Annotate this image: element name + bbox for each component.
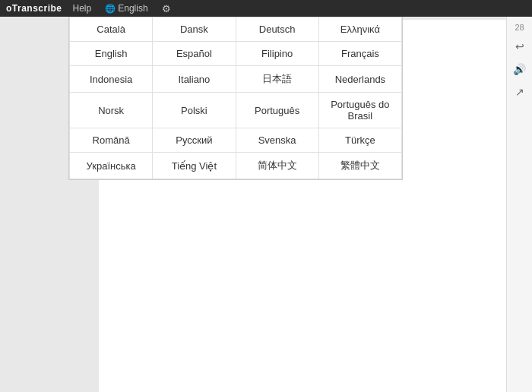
language-option[interactable]: Nederlands: [318, 66, 401, 93]
language-option[interactable]: Filipino: [236, 42, 318, 66]
language-option[interactable]: Svenska: [236, 128, 318, 153]
language-option[interactable]: Ελληνικά: [318, 17, 401, 42]
language-dropdown: CatalàDanskDeutschΕλληνικάEnglishEspañol…: [68, 17, 403, 180]
language-option[interactable]: Català: [70, 17, 153, 42]
line-counter: 28: [515, 23, 524, 32]
language-option[interactable]: Русский: [153, 128, 236, 153]
audio-button[interactable]: 🔊: [511, 61, 528, 77]
undo-button[interactable]: ↩: [511, 38, 528, 55]
language-option[interactable]: Tiếng Việt: [153, 153, 236, 179]
language-table: CatalàDanskDeutschΕλληνικάEnglishEspañol…: [69, 17, 402, 179]
language-option[interactable]: Polski: [153, 93, 236, 128]
language-option[interactable]: Українська: [70, 153, 153, 179]
language-option[interactable]: Türkçe: [318, 128, 401, 153]
language-option[interactable]: 繁體中文: [318, 153, 401, 179]
language-option[interactable]: Français: [318, 42, 401, 66]
language-option[interactable]: Español: [153, 42, 236, 66]
language-option[interactable]: Norsk: [70, 93, 153, 128]
export-button[interactable]: ↗: [511, 84, 528, 100]
language-option[interactable]: Português do Brasil: [318, 93, 401, 128]
language-selector[interactable]: 🌐 English: [102, 2, 150, 15]
language-option[interactable]: Italiano: [153, 66, 236, 93]
language-option[interactable]: 日本語: [236, 66, 318, 93]
language-option[interactable]: 简体中文: [236, 153, 318, 179]
settings-icon[interactable]: ⚙: [159, 2, 174, 16]
globe-icon: 🌐: [105, 4, 116, 14]
help-link[interactable]: Help: [70, 2, 95, 15]
language-label: English: [118, 3, 147, 14]
language-option[interactable]: English: [70, 42, 153, 66]
language-option[interactable]: Indonesia: [70, 66, 153, 93]
brand-logo: oTranscribe: [6, 3, 62, 14]
language-option[interactable]: Português: [236, 93, 318, 128]
topbar: oTranscribe Help 🌐 English ⚙: [0, 0, 532, 17]
language-option[interactable]: Română: [70, 128, 153, 153]
right-panel: 28 ↩ 🔊 ↗: [506, 17, 532, 392]
language-option[interactable]: Deutsch: [236, 17, 318, 42]
language-option[interactable]: Dansk: [153, 17, 236, 42]
